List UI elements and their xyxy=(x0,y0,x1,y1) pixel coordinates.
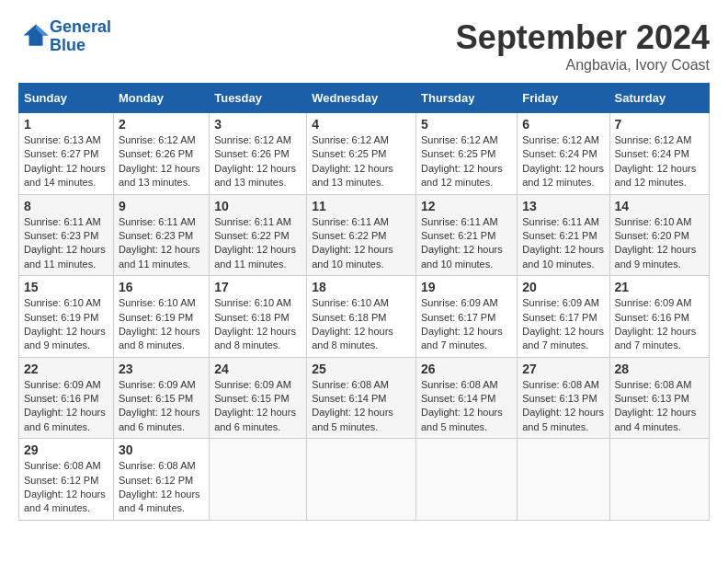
day-number: 9 xyxy=(119,199,204,213)
daylight-label: Daylight: 12 hours and 14 minutes. xyxy=(24,163,106,188)
daylight-label: Daylight: 12 hours and 12 minutes. xyxy=(615,163,697,188)
daylight-label: Daylight: 12 hours and 11 minutes. xyxy=(214,244,296,269)
logo-line2: Blue xyxy=(50,36,85,54)
sunset-label: Sunset: 6:15 PM xyxy=(119,393,193,404)
sunrise-label: Sunrise: 6:12 AM xyxy=(214,134,291,145)
day-info: Sunrise: 6:11 AM Sunset: 6:21 PM Dayligh… xyxy=(421,215,512,272)
sunset-label: Sunset: 6:25 PM xyxy=(421,148,495,159)
day-info: Sunrise: 6:12 AM Sunset: 6:25 PM Dayligh… xyxy=(421,133,512,190)
sunrise-label: Sunrise: 6:10 AM xyxy=(615,216,692,227)
calendar-body: 1 Sunrise: 6:13 AM Sunset: 6:27 PM Dayli… xyxy=(19,113,710,521)
sunrise-label: Sunrise: 6:10 AM xyxy=(312,297,389,308)
page-header: General Blue September 2024 Angbavia, Iv… xyxy=(18,18,710,74)
calendar-table: SundayMondayTuesdayWednesdayThursdayFrid… xyxy=(18,83,710,521)
day-info: Sunrise: 6:11 AM Sunset: 6:23 PM Dayligh… xyxy=(119,215,204,272)
sunset-label: Sunset: 6:24 PM xyxy=(615,148,689,159)
day-number: 8 xyxy=(24,199,108,213)
calendar-cell xyxy=(416,439,518,521)
day-info: Sunrise: 6:12 AM Sunset: 6:26 PM Dayligh… xyxy=(119,133,204,190)
sunrise-label: Sunrise: 6:13 AM xyxy=(24,134,101,145)
sunrise-label: Sunrise: 6:08 AM xyxy=(522,379,599,390)
sunrise-label: Sunrise: 6:12 AM xyxy=(119,134,196,145)
day-number: 12 xyxy=(421,199,512,213)
day-header-tuesday: Tuesday xyxy=(210,84,307,113)
daylight-label: Daylight: 12 hours and 12 minutes. xyxy=(421,163,503,188)
day-number: 5 xyxy=(421,117,512,132)
day-info: Sunrise: 6:11 AM Sunset: 6:22 PM Dayligh… xyxy=(312,215,411,272)
day-number: 26 xyxy=(421,362,512,376)
calendar-cell: 14 Sunrise: 6:10 AM Sunset: 6:20 PM Dayl… xyxy=(609,194,709,276)
calendar-cell: 19 Sunrise: 6:09 AM Sunset: 6:17 PM Dayl… xyxy=(416,276,518,358)
daylight-label: Daylight: 12 hours and 13 minutes. xyxy=(214,163,296,188)
day-info: Sunrise: 6:13 AM Sunset: 6:27 PM Dayligh… xyxy=(24,133,108,190)
day-info: Sunrise: 6:10 AM Sunset: 6:20 PM Dayligh… xyxy=(615,215,704,272)
sunset-label: Sunset: 6:25 PM xyxy=(312,148,386,159)
sunset-label: Sunset: 6:24 PM xyxy=(522,148,597,159)
day-number: 29 xyxy=(24,442,108,457)
week-row: 22 Sunrise: 6:09 AM Sunset: 6:16 PM Dayl… xyxy=(19,357,710,439)
sunrise-label: Sunrise: 6:10 AM xyxy=(119,297,196,308)
daylight-label: Daylight: 12 hours and 12 minutes. xyxy=(522,163,604,188)
daylight-label: Daylight: 12 hours and 11 minutes. xyxy=(119,244,200,269)
calendar-cell: 17 Sunrise: 6:10 AM Sunset: 6:18 PM Dayl… xyxy=(210,276,307,358)
sunrise-label: Sunrise: 6:09 AM xyxy=(214,379,291,390)
sunrise-label: Sunrise: 6:12 AM xyxy=(312,134,389,145)
day-info: Sunrise: 6:10 AM Sunset: 6:18 PM Dayligh… xyxy=(214,296,301,353)
sunrise-label: Sunrise: 6:10 AM xyxy=(214,297,291,308)
day-header-wednesday: Wednesday xyxy=(307,84,416,113)
daylight-label: Daylight: 12 hours and 4 minutes. xyxy=(615,407,697,431)
day-info: Sunrise: 6:08 AM Sunset: 6:14 PM Dayligh… xyxy=(421,378,512,435)
day-number: 27 xyxy=(522,362,604,376)
daylight-label: Daylight: 12 hours and 7 minutes. xyxy=(522,326,604,350)
calendar-cell: 16 Sunrise: 6:10 AM Sunset: 6:19 PM Dayl… xyxy=(113,276,209,358)
sunset-label: Sunset: 6:13 PM xyxy=(615,393,689,404)
calendar-header-row: SundayMondayTuesdayWednesdayThursdayFrid… xyxy=(19,84,710,113)
calendar-cell xyxy=(307,439,416,521)
day-info: Sunrise: 6:11 AM Sunset: 6:22 PM Dayligh… xyxy=(214,215,301,272)
calendar-cell: 4 Sunrise: 6:12 AM Sunset: 6:25 PM Dayli… xyxy=(307,113,416,195)
daylight-label: Daylight: 12 hours and 7 minutes. xyxy=(615,326,697,350)
sunset-label: Sunset: 6:26 PM xyxy=(214,148,289,159)
day-info: Sunrise: 6:08 AM Sunset: 6:13 PM Dayligh… xyxy=(522,378,604,435)
sunset-label: Sunset: 6:19 PM xyxy=(119,312,193,323)
daylight-label: Daylight: 12 hours and 9 minutes. xyxy=(615,244,697,269)
sunset-label: Sunset: 6:18 PM xyxy=(312,312,386,323)
daylight-label: Daylight: 12 hours and 5 minutes. xyxy=(421,407,503,431)
sunset-label: Sunset: 6:19 PM xyxy=(24,312,98,323)
day-number: 28 xyxy=(615,362,704,376)
calendar-cell: 5 Sunrise: 6:12 AM Sunset: 6:25 PM Dayli… xyxy=(416,113,518,195)
daylight-label: Daylight: 12 hours and 13 minutes. xyxy=(119,163,200,188)
sunrise-label: Sunrise: 6:12 AM xyxy=(421,134,498,145)
day-number: 19 xyxy=(421,280,512,294)
day-number: 20 xyxy=(522,280,604,294)
day-number: 25 xyxy=(312,362,411,376)
day-info: Sunrise: 6:09 AM Sunset: 6:16 PM Dayligh… xyxy=(24,378,108,435)
day-header-friday: Friday xyxy=(518,84,609,113)
sunrise-label: Sunrise: 6:08 AM xyxy=(615,379,692,390)
calendar-cell: 7 Sunrise: 6:12 AM Sunset: 6:24 PM Dayli… xyxy=(609,113,709,195)
sunrise-label: Sunrise: 6:08 AM xyxy=(421,379,498,390)
calendar-cell xyxy=(210,439,307,521)
sunset-label: Sunset: 6:14 PM xyxy=(421,393,495,404)
day-info: Sunrise: 6:11 AM Sunset: 6:21 PM Dayligh… xyxy=(522,215,604,272)
day-number: 7 xyxy=(615,117,704,132)
calendar-cell: 3 Sunrise: 6:12 AM Sunset: 6:26 PM Dayli… xyxy=(210,113,307,195)
day-number: 2 xyxy=(119,117,204,132)
sunset-label: Sunset: 6:17 PM xyxy=(522,312,597,323)
month-title: September 2024 xyxy=(456,18,710,57)
day-header-sunday: Sunday xyxy=(19,84,114,113)
day-info: Sunrise: 6:09 AM Sunset: 6:17 PM Dayligh… xyxy=(421,296,512,353)
sunset-label: Sunset: 6:22 PM xyxy=(312,230,386,241)
sunrise-label: Sunrise: 6:09 AM xyxy=(421,297,498,308)
sunrise-label: Sunrise: 6:12 AM xyxy=(522,134,599,145)
calendar-cell: 27 Sunrise: 6:08 AM Sunset: 6:13 PM Dayl… xyxy=(518,357,609,439)
sunset-label: Sunset: 6:22 PM xyxy=(214,230,289,241)
sunset-label: Sunset: 6:27 PM xyxy=(24,148,98,159)
day-info: Sunrise: 6:12 AM Sunset: 6:26 PM Dayligh… xyxy=(214,133,301,190)
calendar-cell xyxy=(609,439,709,521)
week-row: 8 Sunrise: 6:11 AM Sunset: 6:23 PM Dayli… xyxy=(19,194,710,276)
day-number: 6 xyxy=(522,117,604,132)
day-number: 1 xyxy=(24,117,108,132)
day-info: Sunrise: 6:10 AM Sunset: 6:19 PM Dayligh… xyxy=(24,296,108,353)
week-row: 1 Sunrise: 6:13 AM Sunset: 6:27 PM Dayli… xyxy=(19,113,710,195)
